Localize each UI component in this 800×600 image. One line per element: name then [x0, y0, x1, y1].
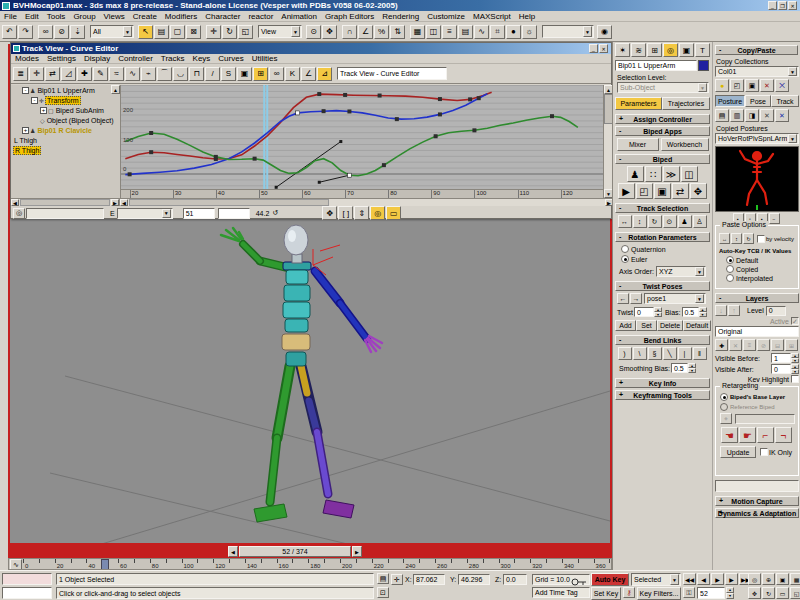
select-by-name-icon[interactable]: ▤ [154, 25, 169, 39]
rollout-copy-paste[interactable]: -Copy/Paste [715, 45, 798, 55]
tree-hscrollbar[interactable]: ◀▶ [11, 199, 120, 206]
tv-menu-curves[interactable]: Curves [214, 53, 247, 64]
play-animation-icon[interactable]: ▶ [711, 573, 724, 585]
bend-links-mode-icon[interactable]: ) [618, 347, 632, 360]
zoom-horizontal-extents-icon[interactable]: [ ] [338, 206, 353, 220]
mixer-mode-icon[interactable]: ◫ [681, 166, 698, 182]
curve-area[interactable]: 2001000 [121, 85, 603, 189]
tree-expander-icon[interactable]: - [22, 87, 29, 94]
tv-menu-controller[interactable]: Controller [114, 53, 157, 64]
twist-spinner[interactable]: ▴▾ [654, 307, 662, 317]
snap-frames-icon[interactable]: ⊞ [253, 67, 268, 81]
save-collection-icon[interactable]: ▣ [745, 79, 759, 92]
next-frame-icon[interactable]: ▶ [725, 573, 738, 585]
object-color-swatch[interactable] [698, 60, 709, 71]
set-tangents-slow-icon[interactable]: ◡ [173, 67, 188, 81]
maxscript-macro-recorder[interactable] [2, 573, 52, 585]
named-selection-sets-icon[interactable]: ▦ [410, 25, 425, 39]
select-link-icon[interactable]: ∞ [38, 25, 53, 39]
set-key-mode-icon[interactable]: ⚷ [623, 587, 635, 598]
default-radio[interactable] [726, 256, 734, 264]
delete-all-collections-icon[interactable]: ⨉ [775, 79, 789, 92]
current-frame-field[interactable]: 52 [697, 587, 725, 599]
curve-editor-icon[interactable]: ∿ [474, 25, 489, 39]
layer-name-field[interactable]: Original [715, 326, 799, 337]
set-tangents-step-icon[interactable]: ⊓ [189, 67, 204, 81]
copied-postures-dropdown[interactable]: HoVerRotPlvSpnLArm▼ [715, 133, 799, 144]
tv-close-button[interactable]: ✕ [599, 44, 608, 53]
delete-all-copies-icon[interactable]: ✕ [775, 109, 789, 122]
rollout-biped[interactable]: -Biped [615, 154, 710, 164]
quaternion-radio[interactable] [621, 245, 629, 253]
mixer-button[interactable]: Mixer [617, 138, 659, 151]
menu-views[interactable]: Views [100, 11, 129, 22]
copy-posture-icon[interactable]: ▤ [715, 109, 729, 122]
set-key-button[interactable]: Set Key [591, 587, 621, 600]
dropdown-arrow-icon[interactable]: ▼ [162, 209, 171, 218]
time-ruler[interactable]: 2030405060708090100110120 [121, 189, 603, 198]
tv-menu-modes[interactable]: Modes [11, 53, 43, 64]
tree-expander-icon[interactable]: + [22, 127, 29, 134]
key-mode-toggle-icon[interactable]: ⚿ [683, 587, 695, 598]
tab-modify[interactable]: ≋ [631, 43, 646, 57]
set-tangents-fast-icon[interactable]: ⌒ [157, 67, 172, 81]
key-time-field[interactable]: 51 [183, 208, 215, 219]
zoom-region-icon[interactable]: ▭ [386, 206, 401, 220]
level-field[interactable]: 0 [766, 306, 786, 316]
tree-item-object-biped-object-[interactable]: ◇Object (Biped Object) [11, 115, 120, 125]
rollout-assign-controller[interactable]: +Assign Controller [615, 114, 710, 124]
render-preset-dropdown[interactable]: ▼ [542, 25, 594, 38]
biped-figure[interactable] [221, 225, 382, 522]
by-velocity-checkbox[interactable] [757, 235, 765, 243]
body-horizontal-icon[interactable]: ↔ [618, 215, 632, 228]
tree-expander-icon[interactable]: - [31, 97, 38, 104]
dropdown-arrow-icon[interactable]: ▼ [583, 26, 592, 37]
smoothing-spinner[interactable]: ▴▾ [688, 363, 696, 373]
recalc-icon[interactable]: ↺ [269, 208, 281, 219]
dropdown-arrow-icon[interactable]: ▼ [291, 26, 300, 37]
snap-set-key-icon[interactable]: ⊘ [757, 339, 770, 351]
arc-rotate-icon[interactable]: ↻ [762, 587, 775, 599]
save-file-icon[interactable]: ▣ [654, 183, 671, 199]
base-layer-radio[interactable] [720, 393, 728, 401]
object-name-field[interactable]: Bip01 L UpperArm [615, 60, 697, 71]
lock-com-keying-icon[interactable]: ⊙ [663, 215, 677, 228]
viewport-canvas[interactable] [10, 221, 610, 543]
retarget-left-hand-icon[interactable]: ☚ [721, 427, 738, 443]
twist-pose-dropdown[interactable]: pose1▼ [644, 293, 706, 304]
select-object-icon[interactable]: ↖ [138, 25, 153, 39]
select-layer-icon[interactable]: ⊞ [785, 339, 798, 351]
selection-lock-icon[interactable]: ⊡ [377, 587, 389, 598]
retarget-right-foot-icon[interactable]: ¬ [775, 427, 792, 443]
select-and-rotate-icon[interactable]: ↻ [222, 25, 237, 39]
zoom-value-extents-icon[interactable]: ⇕ [354, 206, 369, 220]
twist-links-mode-icon[interactable]: \ [633, 347, 647, 360]
time-slider-right-arrow[interactable]: ▶ [352, 546, 362, 557]
tab-hierarchy[interactable]: ⊞ [647, 43, 662, 57]
show-tangents-icon[interactable]: ∠ [301, 67, 316, 81]
copied-radio[interactable] [726, 265, 734, 273]
tv-menu-utilities[interactable]: Utilities [248, 53, 282, 64]
create-layer-icon[interactable]: ✚ [715, 339, 728, 351]
y-field[interactable]: 46.296 [458, 574, 490, 585]
angle-snap-icon[interactable]: ∠ [358, 25, 373, 39]
rollout-track-selection[interactable]: -Track Selection [615, 203, 710, 213]
visible-after-field[interactable]: 0 [771, 364, 791, 374]
activate-layer-icon[interactable]: ⊟ [771, 339, 784, 351]
figure-mode-icon[interactable]: ♟ [627, 166, 644, 182]
status-panel-icon[interactable]: ▤ [377, 573, 389, 584]
layer-down-icon[interactable]: ↓ [715, 305, 727, 316]
posture-preview[interactable] [715, 146, 799, 212]
ik-only-checkbox[interactable] [760, 448, 768, 456]
load-file-icon[interactable]: ◰ [636, 183, 653, 199]
time-slider[interactable]: 52 / 374 [239, 546, 351, 557]
tree-item-bip01-l-upperarm[interactable]: -♟Bip01 L UpperArm [11, 85, 120, 95]
delete-copied-posture-icon[interactable]: ✕ [760, 109, 774, 122]
mirror-icon[interactable]: ◫ [426, 25, 441, 39]
collapse-layer-icon[interactable]: ≡ [743, 339, 756, 351]
pose-tab[interactable]: Pose [745, 95, 771, 107]
snaps-toggle-icon[interactable]: ∩ [342, 25, 357, 39]
menu-group[interactable]: Group [69, 11, 99, 22]
tree-expander-icon[interactable]: + [40, 107, 47, 114]
preview-option-4-icon[interactable]: − [769, 213, 780, 224]
